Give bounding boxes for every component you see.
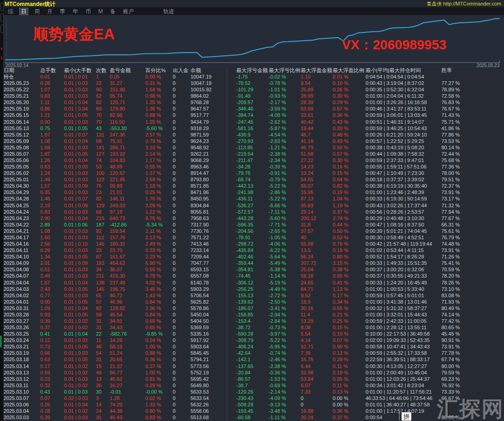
header-win-rate[interactable]: 胜率 (441, 68, 504, 74)
header-deposit-withdraw[interactable]: 出入金 (173, 68, 191, 74)
table-row[interactable]: 2025.04.020.770.01 | 0.036580.721.43 %05… (0, 292, 504, 299)
table-row[interactable]: 2025.03.130.590.01 | 0.024956.771.00 %05… (0, 369, 504, 376)
table-row[interactable]: 2025.03.311.090.01 | 0.0482128.822.36 %0… (0, 305, 504, 311)
header-max-float-loss-pct[interactable]: 最大浮亏比例 (269, 68, 301, 74)
table-row[interactable]: 2025.04.232.900.01 | 0.04215640.738.76 %… (0, 215, 504, 221)
table-row[interactable]: 2025.05.061.260.01 | 0.0474104.831.17 %0… (0, 157, 504, 163)
cell-date: 2025.03.26 (4, 324, 40, 331)
table-row[interactable]: 2025.05.151.210.01 | 0.057082.980.88 %09… (0, 112, 504, 118)
cell-max-float-profit-pct: 0.34 % (333, 299, 366, 305)
header-pnl[interactable]: 盈亏金额 (110, 68, 145, 74)
cell-pnl: 249.03 (110, 202, 145, 209)
table-row[interactable]: 2025.05.091.080.01 | 0.046875.310.79 %09… (0, 138, 504, 144)
header-max-float-profit-pct[interactable]: 最大浮盈比例 (333, 68, 366, 74)
table-row[interactable]: 2025.04.301.570.01 | 0.097699.891.18 %08… (0, 183, 504, 189)
table-row[interactable]: 2025.05.121.970.01 | 0.07131247.362.57 %… (0, 132, 504, 138)
toolbar-tab-轨迹[interactable]: 轨迹 (162, 8, 175, 15)
table-row[interactable]: 2025.04.281.460.01 | 0.0782146.111.76 %0… (0, 195, 504, 202)
table-row[interactable]: 2025.03.120.230.01 | 0.031345.620.81 %05… (0, 376, 504, 382)
table-row[interactable]: 2025.04.171.500.01 | 0.03112157.762.13 %… (0, 234, 504, 241)
cell-trades: 129 (96, 202, 110, 209)
table-row[interactable]: 2025.03.210.730.01 | 0.054658.191.00 %05… (0, 343, 504, 350)
header-date[interactable]: 日期 (4, 68, 40, 74)
cell-max-float-profit-pct: 0.15 % (333, 324, 366, 331)
header-trades[interactable]: 次数 (96, 68, 110, 74)
table-row[interactable]: 2025.05.221.070.01 | 0.0390151.901.54 %0… (0, 86, 504, 93)
table-row[interactable]: 2025.04.101.340.01 | 0.0587161.672.29 %0… (0, 253, 504, 260)
table-row[interactable]: 2025.03.180.630.01 | 0.053120.650.36 %05… (0, 356, 504, 363)
header-max-float-profit[interactable]: 最大浮盈金额 (301, 68, 333, 74)
table-row[interactable]: 2025.04.041.670.01 | 0.04138237.494.02 %… (0, 279, 504, 286)
table-row[interactable]: 2025.03.280.930.01 | 0.055845.540.84 %05… (0, 311, 504, 318)
table-row[interactable]: 2025.03.250.410.01 | 0.0422-582.76-9.85 … (0, 331, 504, 337)
table-row[interactable]: 2025.04.080.510.01 | 0.033436.070.55 %06… (0, 266, 504, 273)
toolbar-tab-月[interactable]: 月 (46, 8, 54, 15)
table-row[interactable]: 2025.04.110.290.01 | 0.032323.700.33 %07… (0, 247, 504, 253)
cell-min-max-lots: 0.01 | 0.05 (64, 253, 96, 260)
header-balance[interactable]: 余额 (191, 68, 236, 74)
table-row[interactable]: 2025.05.190.860.01 | 0.0460129.801.36 %0… (0, 105, 504, 112)
toolbar-tab-日[interactable]: 日 (19, 8, 28, 15)
table-row[interactable]: 2025.03.240.120.01 | 0.021114.280.24 %05… (0, 337, 504, 343)
table-row[interactable]: 2025.03.270.390.01 | 0.023134.910.65 %05… (0, 318, 504, 324)
table-row[interactable]: 2025.05.210.830.01 | 0.036295.740.98 %09… (0, 93, 504, 99)
table-row[interactable]: 2025.03.040.280.01 | 0.022444.380.80 %05… (0, 408, 504, 414)
table-row[interactable]: 2025.03.060.260.01 | 0.041474.201.33 %05… (0, 401, 504, 408)
toolbar-tab-综[interactable]: 综 (6, 8, 15, 15)
table-row[interactable]: 2025.04.290.350.01 | 0.032321.010.25 %08… (0, 189, 504, 195)
cell-max-float-profit-pct: 0.29 % (333, 356, 366, 363)
brand-link[interactable]: 复盘侠 http://MTCommander.com (427, 0, 501, 7)
table-row[interactable]: 2025.03.260.370.01 | 0.023134.430.65 %05… (0, 324, 504, 331)
toolbar-tab-备[interactable]: 备 (109, 8, 117, 15)
toolbar-tab-M[interactable]: M (97, 8, 104, 15)
toolbar-tab-周[interactable]: 周 (33, 8, 41, 15)
cell-total-lots: 1.97 (40, 132, 64, 138)
cell-total-lots: 0.17 (40, 363, 64, 369)
header-max-float-loss[interactable]: 最大浮亏金额 (236, 68, 269, 74)
cell-max-float-loss: -113.85 (236, 144, 269, 151)
cell-total-lots: 0.12 (40, 337, 64, 343)
table-row[interactable]: 2025.05.130.750.01 | 0.0543-553.30-5.60 … (0, 125, 504, 132)
header-pnl-pct[interactable]: 百分比% (145, 68, 173, 74)
toolbar-tab-币[interactable]: 币 (84, 8, 92, 15)
table-row[interactable]: 2025.04.252.190.01 | 0.09129249.033.09 %… (0, 202, 504, 209)
table-row[interactable]: 2025.04.032.430.01 | 0.05145196.753.45 %… (0, 286, 504, 292)
table-row[interactable]: 2025.05.050.630.01 | 0.035348.990.55 %08… (0, 163, 504, 170)
header-min-max-lots[interactable]: 最小|大手数 (64, 68, 96, 74)
table-row[interactable]: 2025.05.230.280.01 | 0.032231.270.31 %01… (0, 80, 504, 86)
table-row[interactable]: 2025.04.072.490.01 | 0.03211416.306.78 %… (0, 273, 504, 279)
table-row[interactable]: 2025.05.201.110.01 | 0.0482120.711.25 %0… (0, 99, 504, 105)
table-row[interactable]: 2025.03.190.660.01 | 0.035451.240.88 %05… (0, 350, 504, 356)
table-row[interactable]: 2025.04.240.830.01 | 0.036897.181.22 %08… (0, 209, 504, 215)
table-row[interactable]: 2025.03.110.320.01 | 0.022616.270.29 %05… (0, 382, 504, 389)
table-row[interactable]: 2025.03.140.170.01 | 0.021521.370.37 %05… (0, 363, 504, 369)
toolbar-tab-年[interactable]: 年 (71, 8, 80, 15)
table-row[interactable]: 2025.03.100.430.01 | 0.0330-0.01-0.00 %0… (0, 389, 504, 395)
table-row[interactable]: 2025.04.222.890.01 | 0.06187-412.86-5.34… (0, 221, 504, 228)
cell-max-float-profit: 11.4 (301, 311, 333, 318)
cell-pnl-pct: 0.29 % (145, 382, 173, 389)
table-row[interactable]: 2025.05.081.690.01 | 0.03141286.713.10 %… (0, 144, 504, 151)
table-row[interactable]: 2025.03.030.390.01 | 0.033145.430.83 %05… (0, 414, 504, 421)
table-row[interactable]: 2025.04.092.910.01 | 0.09183454.626.90 %… (0, 260, 504, 266)
cell-max-float-profit-pct: 0.00 % (333, 401, 366, 408)
header-total-lots[interactable]: 总手数 (40, 68, 64, 74)
cell-trades: 53 (96, 163, 110, 170)
table-row[interactable]: 2025.05.071.870.01 | 0.05127193.922.14 %… (0, 151, 504, 157)
table-row[interactable]: 2025.05.021.240.01 | 0.03100120.671.37 %… (0, 170, 504, 176)
cell-pnl: 640.73 (110, 215, 145, 221)
table-row[interactable]: 2025.05.140.900.01 | 0.0370116.501.25 %0… (0, 119, 504, 125)
cell-trades: 54 (96, 350, 110, 356)
table-row[interactable]: 2025.04.211.080.01 | 0.0382159.542.11 %0… (0, 228, 504, 234)
table-row[interactable]: 2025.03.070.070.02 | 0.0331.280.02 %0563… (0, 395, 504, 401)
table-row[interactable]: 2025.05.011.490.01 | 0.03122221.952.59 %… (0, 176, 504, 183)
table-row[interactable]: 2025.04.010.900.01 | 0.055746.960.84 %05… (0, 299, 504, 305)
cell-win-rate: 45.45 % (441, 331, 504, 337)
toolbar-tab-账户[interactable]: 账户 (122, 8, 135, 15)
header-hold-time[interactable]: 最小|平均|最大持仓时间 (366, 68, 441, 74)
cell-balance: 8450.95 (191, 195, 236, 202)
table-row[interactable]: 2025.04.162.560.01 | 0.10145180.322.49 %… (0, 241, 504, 247)
table-row[interactable]: 持仓0.010.01 | 0.0110.050.00 %010047.19-1.… (0, 74, 504, 80)
toolbar-tab-季[interactable]: 季 (58, 8, 67, 15)
cell-date: 2025.03.06 (4, 401, 40, 408)
